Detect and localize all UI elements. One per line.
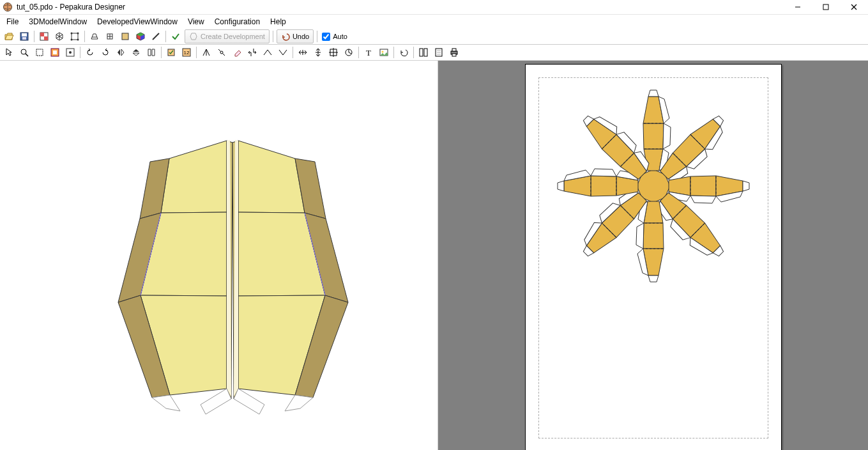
svg-rect-2 [823, 4, 828, 10]
svg-point-22 [21, 49, 26, 54]
menu-file[interactable]: File [1, 16, 24, 27]
svg-rect-10 [44, 36, 48, 40]
open-icon[interactable] [2, 29, 16, 43]
svg-text:12: 12 [184, 50, 190, 56]
scale-icon[interactable] [245, 45, 259, 59]
valley-fold-icon[interactable] [276, 45, 290, 59]
svg-rect-20 [122, 33, 128, 40]
create-development-label: Create Development [201, 33, 265, 40]
svg-point-15 [77, 39, 79, 41]
svg-point-28 [69, 51, 72, 54]
edge-icon[interactable] [149, 29, 163, 43]
snap-icon[interactable] [63, 45, 77, 59]
minimize-button[interactable] [784, 0, 812, 14]
svg-rect-7 [22, 37, 26, 40]
auto-checkbox[interactable]: Auto [322, 33, 347, 41]
close-button[interactable] [840, 0, 868, 14]
svg-rect-9 [40, 33, 44, 36]
window-title: tut_05.pdo - Pepakura Designer [17, 3, 125, 12]
undo-button[interactable]: Undo [277, 29, 314, 43]
svg-rect-55 [452, 49, 456, 51]
svg-rect-26 [53, 50, 57, 54]
svg-marker-75 [201, 389, 231, 414]
toolbar-secondary: 12 T [0, 45, 868, 61]
print-icon[interactable] [447, 45, 461, 59]
save-icon[interactable] [17, 29, 31, 43]
menu-developedviewwindow[interactable]: DevelopedViewWindow [92, 16, 183, 27]
move-v-icon[interactable] [311, 45, 325, 59]
menu-3dmodelwindow[interactable]: 3DModelWindow [24, 16, 92, 27]
undo-label: Undo [293, 33, 309, 40]
texture-icon[interactable] [37, 29, 51, 43]
join-disjoin-icon[interactable] [144, 45, 158, 59]
undo-icon[interactable] [397, 45, 411, 59]
menu-configuration[interactable]: Configuration [209, 16, 265, 27]
selection-tool-icon[interactable] [48, 45, 62, 59]
mountain-fold-icon[interactable] [261, 45, 275, 59]
edge-angle-icon[interactable] [199, 45, 213, 59]
svg-rect-48 [420, 49, 423, 56]
workspace [0, 61, 868, 450]
menu-view[interactable]: View [183, 16, 209, 27]
ortho-icon[interactable] [103, 29, 117, 43]
menu-bar: File 3DModelWindow DevelopedViewWindow V… [0, 15, 868, 29]
svg-marker-74 [285, 395, 313, 411]
toolbar-main: Create Development Undo Auto [0, 29, 868, 45]
divide-edge-icon[interactable] [215, 45, 229, 59]
svg-rect-6 [22, 33, 27, 36]
svg-marker-73 [152, 395, 180, 411]
text-icon[interactable]: T [362, 45, 376, 59]
maximize-button[interactable] [812, 0, 840, 14]
svg-marker-76 [234, 389, 264, 414]
svg-text:T: T [366, 48, 371, 58]
rotate-left-icon[interactable] [83, 45, 97, 59]
pointer-icon[interactable] [2, 45, 16, 59]
title-bar: tut_05.pdo - Pepakura Designer [0, 0, 868, 15]
svg-rect-11 [72, 33, 78, 40]
apply-icon[interactable] [169, 29, 183, 43]
check-overlap-icon[interactable] [164, 45, 178, 59]
erase-icon[interactable] [230, 45, 244, 59]
svg-point-14 [71, 39, 73, 41]
menu-help[interactable]: Help [265, 16, 291, 27]
3d-viewport[interactable] [0, 61, 438, 450]
svg-point-47 [382, 51, 384, 53]
svg-line-23 [26, 54, 28, 56]
center-icon[interactable] [326, 45, 340, 59]
select-rect-icon[interactable] [33, 45, 47, 59]
create-development-button[interactable]: Create Development [185, 29, 270, 43]
page-setup-icon[interactable] [432, 45, 446, 59]
rotate-right-icon[interactable] [98, 45, 112, 59]
paper-page [525, 64, 782, 450]
perspective-icon[interactable] [88, 29, 102, 43]
renumber-icon[interactable]: 12 [179, 45, 194, 59]
auto-checkbox-input[interactable] [322, 33, 330, 41]
transform-icon[interactable] [68, 29, 82, 43]
svg-point-34 [220, 51, 223, 54]
flip-horizontal-icon[interactable] [114, 45, 128, 59]
svg-rect-49 [424, 49, 427, 56]
svg-marker-65 [238, 141, 305, 213]
wireframe-icon[interactable] [52, 29, 66, 43]
svg-point-12 [71, 33, 73, 35]
layout-icon[interactable] [416, 45, 430, 59]
move-h-icon[interactable] [296, 45, 310, 59]
svg-rect-56 [452, 54, 456, 56]
rotate-angle-icon[interactable] [342, 45, 356, 59]
app-icon [3, 2, 13, 12]
flip-vertical-icon[interactable] [129, 45, 143, 59]
paper-margin [538, 77, 768, 438]
image-icon[interactable] [377, 45, 391, 59]
auto-label: Auto [333, 33, 347, 40]
svg-line-44 [349, 52, 351, 54]
svg-line-21 [153, 33, 159, 40]
svg-marker-57 [161, 141, 227, 213]
svg-point-13 [77, 33, 79, 35]
color-cube-icon[interactable] [133, 29, 148, 43]
zoom-icon[interactable] [17, 45, 31, 59]
svg-rect-24 [36, 49, 43, 56]
2d-viewport[interactable] [438, 61, 868, 450]
flatshade-icon[interactable] [118, 29, 132, 43]
